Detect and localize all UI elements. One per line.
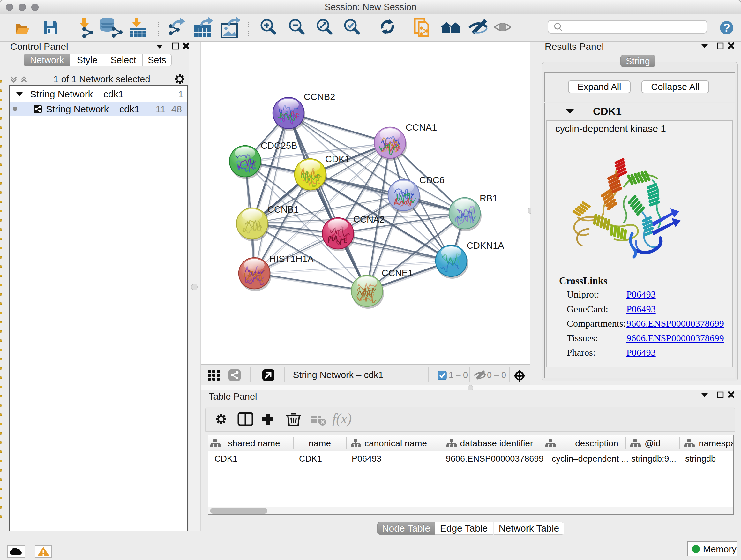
svg-text:CCNB2: CCNB2 xyxy=(304,91,335,102)
svg-text:name: name xyxy=(309,438,331,448)
svg-text:RB1: RB1 xyxy=(480,193,497,203)
svg-text:String Network – cdk1: String Network – cdk1 xyxy=(30,89,124,99)
svg-text:@id: @id xyxy=(645,438,661,448)
svg-text:CCNB1: CCNB1 xyxy=(267,204,299,214)
svg-text:shared name: shared name xyxy=(228,438,280,448)
svg-text:namespace: namespace xyxy=(699,438,733,448)
svg-text:1 – 0: 1 – 0 xyxy=(449,370,468,380)
svg-text:CDKN1A: CDKN1A xyxy=(467,240,504,251)
svg-text:P06493: P06493 xyxy=(352,454,381,463)
svg-text:CDK1: CDK1 xyxy=(299,454,322,463)
svg-text:stringdb:9...: stringdb:9... xyxy=(631,454,676,463)
svg-text:0 – 0: 0 – 0 xyxy=(487,370,506,380)
svg-text:1 of 1 Network selected: 1 of 1 Network selected xyxy=(53,74,150,84)
svg-text:description: description xyxy=(575,438,618,448)
svg-text:f(x): f(x) xyxy=(332,411,352,427)
svg-text:1: 1 xyxy=(178,89,184,99)
svg-text:CDK1: CDK1 xyxy=(325,154,350,164)
svg-text:11: 11 xyxy=(156,104,165,114)
svg-text:CCNA1: CCNA1 xyxy=(406,122,437,132)
svg-text:9606.ENSP00000378699: 9606.ENSP00000378699 xyxy=(446,454,543,463)
svg-text:?: ? xyxy=(723,21,730,35)
svg-text:canonical name: canonical name xyxy=(364,438,427,448)
svg-text:48: 48 xyxy=(172,104,182,114)
svg-text:HIST1H1A: HIST1H1A xyxy=(269,254,314,264)
svg-text:cyclin–dependent ...: cyclin–dependent ... xyxy=(552,454,628,463)
svg-text:CCNE1: CCNE1 xyxy=(382,268,413,278)
svg-text:stringdb: stringdb xyxy=(685,454,716,463)
svg-text:CDK1: CDK1 xyxy=(214,454,238,463)
svg-text:String Network – cdk1: String Network – cdk1 xyxy=(293,370,384,380)
svg-text:database identifier: database identifier xyxy=(460,438,533,448)
svg-text:CDC6: CDC6 xyxy=(419,175,445,185)
svg-text:String Network – cdk1: String Network – cdk1 xyxy=(46,104,139,114)
svg-text:CCNA2: CCNA2 xyxy=(353,214,385,225)
svg-text:CDC25B: CDC25B xyxy=(261,140,297,151)
